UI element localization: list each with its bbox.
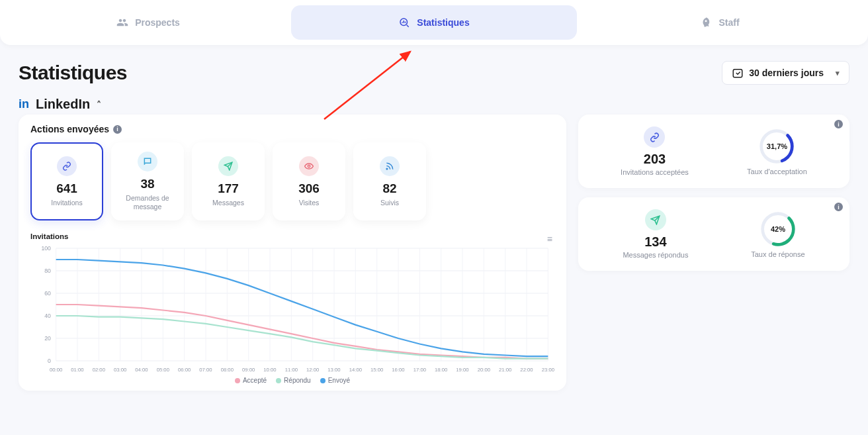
svg-text:11:00: 11:00 — [285, 367, 298, 373]
card-visits-label: Visites — [299, 199, 320, 207]
info-icon[interactable]: i — [834, 120, 843, 128]
svg-text:20: 20 — [44, 335, 51, 342]
svg-text:02:00: 02:00 — [93, 367, 106, 373]
svg-point-2 — [308, 165, 310, 168]
card-follows[interactable]: 82 Suivis — [353, 142, 426, 220]
metric-cards: 641 Invitations 38 Demandes de message 1… — [30, 142, 554, 220]
svg-text:12:00: 12:00 — [306, 367, 320, 373]
legend-replied: Répondu — [276, 377, 311, 384]
card-follows-value: 82 — [382, 181, 396, 196]
tab-staff[interactable]: Staff — [577, 5, 863, 40]
svg-text:05:00: 05:00 — [157, 367, 170, 373]
actions-panel: Actions envoyées i 641 Invitations 38 De… — [19, 115, 566, 391]
svg-text:07:00: 07:00 — [199, 367, 212, 373]
line-chart: 02040608010000:0001:0002:0003:0004:0005:… — [30, 243, 554, 375]
tab-staff-label: Staff — [718, 17, 739, 28]
chevron-up-icon: ˄ — [97, 99, 101, 110]
actions-heading: Actions envoyées i — [30, 124, 554, 134]
svg-text:04:00: 04:00 — [135, 367, 148, 373]
svg-text:100: 100 — [41, 245, 51, 252]
svg-text:40: 40 — [44, 313, 51, 319]
linkedin-icon: in — [19, 97, 29, 111]
svg-text:03:00: 03:00 — [114, 367, 127, 373]
svg-text:15:00: 15:00 — [370, 367, 384, 373]
card-invitations-label: Invitations — [51, 199, 82, 207]
svg-text:09:00: 09:00 — [242, 367, 255, 373]
card-messages-label: Messages — [212, 199, 244, 207]
chart-title: Invitations — [30, 232, 554, 240]
page-title: Statistiques — [19, 62, 127, 84]
svg-text:21:00: 21:00 — [499, 367, 512, 373]
kpi-messages-replied: i 134 Messages répondus 42% — [578, 197, 849, 271]
legend-sent: Envoyé — [320, 377, 350, 384]
card-invitations-value: 641 — [56, 181, 77, 196]
reply-rate-value: 42% — [760, 211, 797, 248]
rss-icon — [380, 156, 400, 176]
svg-text:10:00: 10:00 — [263, 367, 277, 373]
acceptance-rate-value: 31,7% — [758, 128, 795, 165]
svg-text:17:00: 17:00 — [413, 367, 427, 373]
tab-statistiques-label: Statistiques — [417, 17, 469, 28]
svg-text:23:00: 23:00 — [542, 367, 554, 373]
chevron-down-icon: ▾ — [836, 69, 840, 77]
tab-prospects[interactable]: Prospects — [5, 5, 291, 40]
chart-area: Invitations ≡ 02040608010000:0001:0002:0… — [30, 232, 554, 384]
top-nav: Prospects Statistiques Staff — [0, 0, 868, 45]
chart-legend: Accepté Répondu Envoyé — [30, 377, 554, 384]
svg-text:60: 60 — [44, 290, 51, 297]
kpi-invitations-accepted: i 203 Invitations acceptées 31,7% — [578, 115, 849, 188]
svg-text:08:00: 08:00 — [221, 367, 234, 373]
kpi-replied-value: 134 — [623, 234, 688, 250]
legend-accepted: Accepté — [235, 377, 267, 384]
section-linkedin-toggle[interactable]: in LinkedIn ˄ — [19, 97, 849, 112]
calendar-arrow-icon — [732, 67, 744, 79]
info-icon[interactable]: i — [834, 203, 843, 211]
rocket-icon — [700, 17, 712, 28]
card-invitations[interactable]: 641 Invitations — [30, 142, 103, 220]
svg-text:80: 80 — [44, 267, 51, 274]
svg-text:19:00: 19:00 — [456, 367, 469, 373]
svg-text:01:00: 01:00 — [71, 367, 84, 373]
kpi-replied-label: Messages répondus — [623, 251, 688, 259]
date-range-label: 30 derniers jours — [749, 68, 824, 78]
tab-statistiques[interactable]: Statistiques — [291, 5, 577, 40]
card-visits[interactable]: 306 Visites — [273, 142, 345, 220]
svg-text:00:00: 00:00 — [50, 367, 63, 373]
link-icon — [57, 156, 77, 176]
send-icon — [218, 156, 238, 176]
chart-search-icon — [398, 17, 410, 28]
reply-rate-ring: 42% — [760, 211, 797, 248]
tab-prospects-label: Prospects — [135, 17, 180, 28]
card-msgreq-label: Demandes de message — [116, 194, 179, 211]
kpi-accepted-value: 203 — [621, 152, 689, 167]
users-icon — [116, 17, 128, 28]
card-messages[interactable]: 177 Messages — [192, 142, 265, 220]
link-icon — [644, 126, 665, 148]
svg-text:22:00: 22:00 — [520, 367, 533, 373]
svg-text:18:00: 18:00 — [435, 367, 448, 373]
info-icon[interactable]: i — [113, 125, 122, 134]
kpi-accepted-label: Invitations acceptées — [621, 168, 689, 176]
section-platform-label: LinkedIn — [36, 97, 90, 112]
page-header: Statistiques 30 derniers jours ▾ — [19, 61, 849, 85]
card-message-requests[interactable]: 38 Demandes de message — [111, 142, 184, 220]
svg-point-3 — [386, 168, 388, 169]
acceptance-rate-ring: 31,7% — [758, 128, 795, 165]
card-visits-value: 306 — [298, 181, 320, 196]
card-msgreq-value: 38 — [140, 177, 154, 191]
svg-text:13:00: 13:00 — [327, 367, 341, 373]
svg-text:06:00: 06:00 — [178, 367, 191, 373]
svg-text:16:00: 16:00 — [392, 367, 405, 373]
card-messages-value: 177 — [218, 181, 239, 196]
send-icon — [645, 209, 666, 230]
svg-text:0: 0 — [48, 358, 51, 364]
svg-text:20:00: 20:00 — [478, 367, 491, 373]
inbox-icon — [138, 152, 157, 171]
card-follows-label: Suivis — [380, 199, 399, 207]
kpi-column: i 203 Invitations acceptées 31,7% — [578, 115, 849, 391]
eye-icon — [299, 156, 319, 176]
svg-rect-1 — [733, 70, 742, 77]
svg-text:14:00: 14:00 — [349, 367, 363, 373]
actions-heading-label: Actions envoyées — [30, 124, 109, 134]
date-range-picker[interactable]: 30 derniers jours ▾ — [722, 61, 849, 85]
